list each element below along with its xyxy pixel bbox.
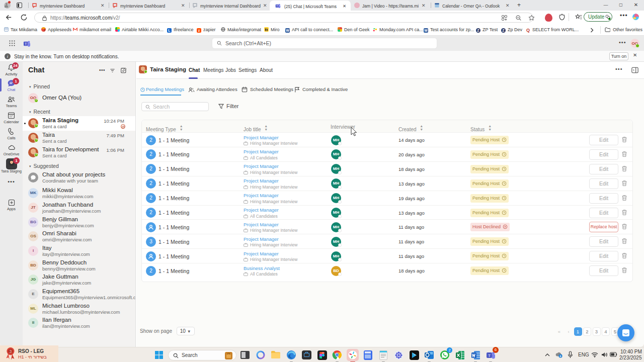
svg-text:T: T xyxy=(488,353,491,358)
svg-text:T: T xyxy=(25,42,27,46)
svg-text:3: 3 xyxy=(10,349,12,354)
svg-text:T: T xyxy=(276,5,278,7)
